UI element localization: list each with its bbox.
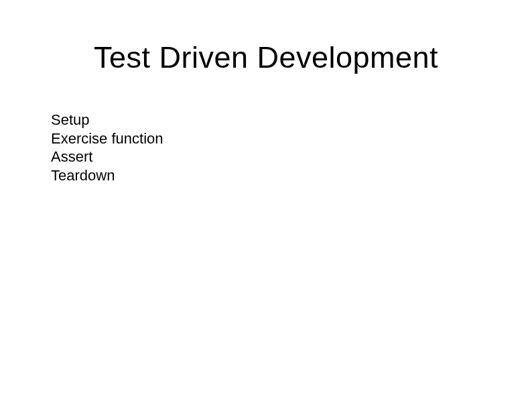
slide-title: Test Driven Development	[0, 40, 532, 75]
list-item: Exercise function	[51, 129, 163, 148]
list-item: Teardown	[51, 166, 163, 185]
list-container: Setup Exercise function Assert Teardown	[51, 111, 163, 184]
list-item: Assert	[51, 148, 163, 166]
list-item: Setup	[51, 111, 163, 129]
